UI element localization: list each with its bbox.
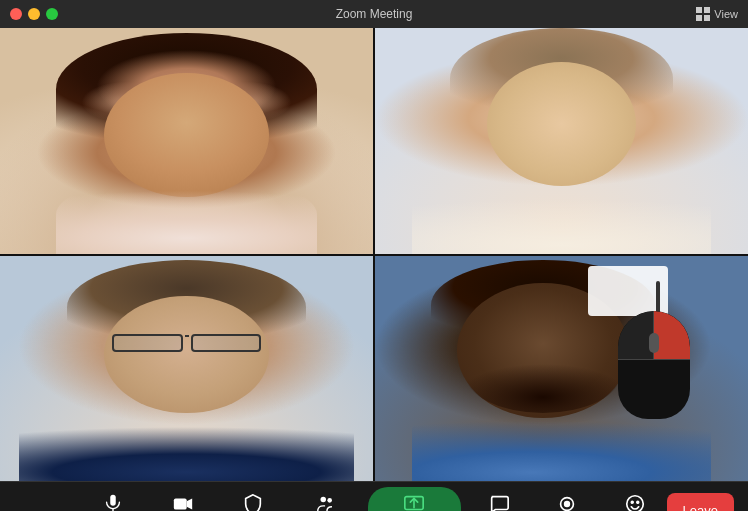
video-grid (0, 28, 748, 481)
participants-button[interactable]: Participants (291, 489, 359, 512)
reactions-icon (624, 493, 646, 512)
microphone-icon (102, 493, 124, 512)
leave-button[interactable]: Leave (667, 493, 734, 512)
mute-button[interactable]: Mute (83, 489, 143, 512)
security-button[interactable]: Security (223, 489, 283, 512)
share-screen-icon (403, 493, 425, 512)
svg-rect-2 (696, 15, 702, 21)
record-button[interactable]: Record (537, 489, 597, 512)
window-title: Zoom Meeting (336, 7, 413, 21)
minimize-button[interactable] (28, 8, 40, 20)
svg-rect-1 (704, 7, 710, 13)
video-icon (172, 493, 194, 512)
chat-icon (488, 493, 510, 512)
view-label: View (714, 8, 738, 20)
svg-point-10 (327, 498, 332, 503)
record-icon (556, 493, 578, 512)
svg-point-17 (637, 501, 639, 503)
svg-point-16 (631, 501, 633, 503)
title-bar: Zoom Meeting View (0, 0, 748, 28)
svg-rect-3 (704, 15, 710, 21)
mouse-right-button (654, 311, 690, 360)
stop-video-button[interactable]: Stop Video (151, 489, 216, 512)
grid-icon (696, 7, 710, 21)
shield-icon (242, 493, 264, 512)
view-button[interactable]: View (696, 7, 738, 21)
svg-point-9 (320, 496, 326, 502)
video-cell-2 (375, 28, 748, 254)
mouse-body (618, 311, 690, 419)
svg-point-14 (564, 500, 570, 506)
chat-button[interactable]: Chat (469, 489, 529, 512)
svg-rect-0 (696, 7, 702, 13)
fullscreen-button[interactable] (46, 8, 58, 20)
svg-rect-4 (110, 494, 116, 505)
mouse-scroll-wheel (649, 333, 659, 353)
toolbar: Mute Stop Video Security Participants (0, 481, 748, 511)
svg-rect-7 (174, 498, 187, 509)
participants-icon (315, 493, 337, 512)
video-cell-4 (375, 256, 748, 482)
share-screen-button[interactable]: Share Screen (368, 487, 461, 512)
close-button[interactable] (10, 8, 22, 20)
video-cell-1 (0, 28, 373, 254)
video-cell-3 (0, 256, 373, 482)
mouse-cursor (618, 311, 698, 421)
svg-marker-8 (187, 498, 193, 509)
reactions-button[interactable]: Reactions (605, 489, 665, 512)
traffic-lights (10, 8, 58, 20)
